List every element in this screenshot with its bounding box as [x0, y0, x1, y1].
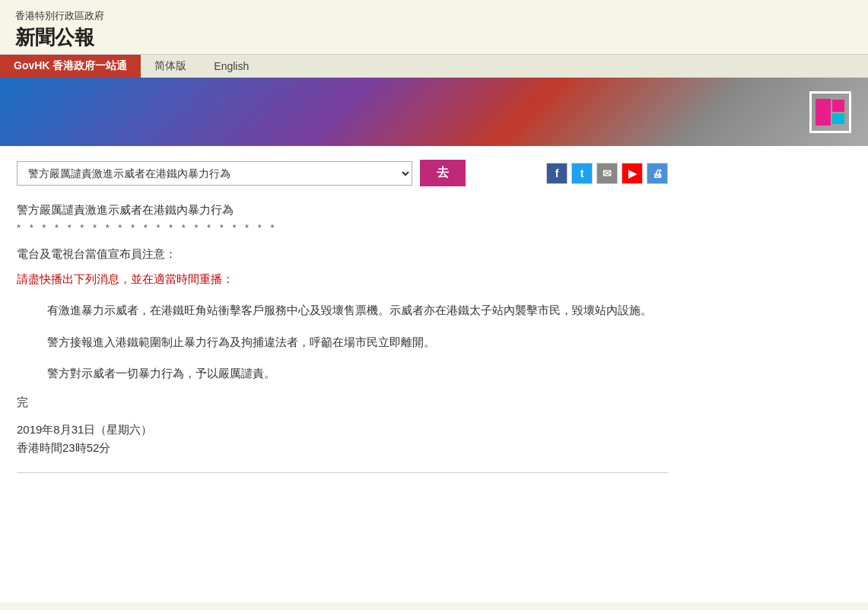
nav-bar: GovHK 香港政府一站通 简体版 English [0, 54, 868, 78]
date: 2019年8月31日（星期六） [17, 421, 668, 439]
facebook-icon[interactable]: f [546, 163, 568, 184]
press-title: 新聞公報 [15, 24, 853, 51]
paragraph-3: 警方對示威者一切暴力行為，予以嚴厲譴責。 [17, 364, 668, 383]
banner-decoration [716, 78, 868, 146]
logo-box [809, 91, 851, 133]
twitter-icon[interactable]: t [571, 163, 593, 184]
nav-english[interactable]: English [200, 55, 262, 78]
go-button[interactable]: 去 [420, 160, 466, 186]
email-icon[interactable]: ✉ [596, 163, 618, 184]
logo-pink-bar [816, 99, 831, 125]
header: 香港特別行政區政府 新聞公報 [0, 0, 868, 54]
date-line: 2019年8月31日（星期六） 香港時間23時52分 [17, 421, 668, 457]
print-icon[interactable]: 🖨 [647, 163, 668, 184]
paragraph-1: 有激進暴力示威者，在港鐵旺角站衝擊客戶服務中心及毀壞售票機。示威者亦在港鐵太子站… [17, 300, 668, 320]
article-headline: 警方嚴厲譴責激進示威者在港鐵內暴力行為 [17, 203, 668, 218]
nav-govhk[interactable]: GovHK 香港政府一站通 [0, 55, 141, 78]
time: 香港時間23時52分 [17, 439, 668, 457]
main-wrapper: 警方嚴厲譴責激進示威者在港鐵內暴力行為 去 f t ✉ ▶ 🖨 警方嚴厲譴責激進… [0, 146, 868, 602]
end-mark: 完 [17, 396, 668, 410]
bottom-divider [17, 472, 668, 473]
logo-top-block [832, 100, 844, 112]
asterisks: * * * * * * * * * * * * * * * * * * * * … [17, 222, 668, 234]
content-area: 警方嚴厲譴責激進示威者在港鐵內暴力行為 去 f t ✉ ▶ 🖨 警方嚴厲譴責激進… [0, 146, 685, 487]
social-icons: f t ✉ ▶ 🖨 [546, 163, 668, 184]
banner-logo [803, 85, 857, 138]
banner [0, 78, 868, 146]
logo-bottom-block [832, 113, 844, 124]
nav-simplified[interactable]: 简体版 [141, 55, 200, 78]
logo-right-blocks [832, 100, 844, 124]
broadcast-line: 請盡快播出下列消息，並在適當時間重播： [17, 272, 668, 287]
org-name: 香港特別行政區政府 [15, 9, 853, 23]
youtube-icon[interactable]: ▶ [622, 163, 643, 184]
paragraph-2: 警方接報進入港鐵範圍制止暴力行為及拘捕違法者，呼籲在場市民立即離開。 [17, 332, 668, 352]
search-row: 警方嚴厲譴責激進示威者在港鐵內暴力行為 去 f t ✉ ▶ 🖨 [17, 160, 668, 186]
article-select[interactable]: 警方嚴厲譴責激進示威者在港鐵內暴力行為 [17, 161, 412, 186]
attention-line: 電台及電視台當值宣布員注意： [17, 247, 668, 262]
